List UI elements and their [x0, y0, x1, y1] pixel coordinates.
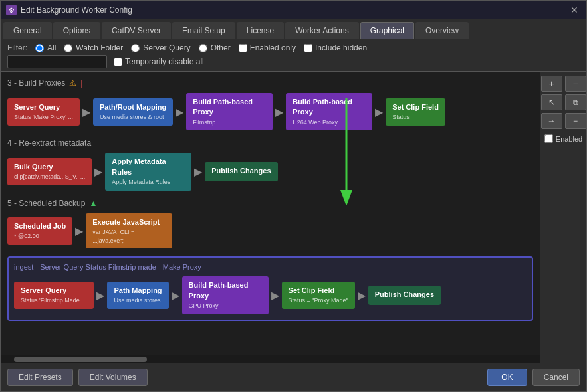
filter-label: Filter: [7, 43, 27, 52]
add-delete-row: + − [541, 76, 586, 92]
close-button[interactable]: ✕ [568, 3, 581, 17]
node-apply-metadata-rules[interactable]: Apply Metadata Rules Apply Metadata Rule… [105, 153, 191, 190]
tab-general[interactable]: General [3, 22, 52, 39]
ok-button[interactable]: OK [487, 369, 527, 386]
node-set-clip-field-1[interactable]: Set Clip Field Status [386, 98, 445, 126]
copy-button[interactable]: ⧉ [565, 94, 586, 110]
node-execute-javascript[interactable]: Execute JavaScript var JAVA_CLI = ...jav… [86, 213, 172, 249]
tab-email-setup[interactable]: Email Setup [172, 22, 235, 39]
main-area: 3 - Build Proxies ⚠ | Server Query Statu… [1, 72, 586, 363]
tab-overview[interactable]: Overview [415, 22, 469, 39]
check-temp-disable[interactable]: Temporarily disable all [114, 57, 204, 66]
section-scheduled-backup: 5 - Scheduled Backup ▲ Scheduled Job * @… [7, 199, 533, 249]
node-build-proxy-gpu[interactable]: Build Path-based Proxy GPU Proxy [182, 276, 269, 314]
node-publish-changes-1[interactable]: Publish Changes [205, 162, 277, 181]
tab-graphical[interactable]: Graphical [360, 22, 414, 39]
bar-icon: | [80, 78, 82, 88]
app-icon: ⚙ [6, 5, 17, 15]
tab-options[interactable]: Options [53, 22, 100, 39]
cursor-button[interactable]: ↖ [541, 94, 562, 110]
warning-icon: ⚠ [69, 78, 76, 88]
radio-other[interactable]: Other [199, 43, 231, 52]
workflow-nodes-3: Server Query Status 'Make Proxy' ... ▶ P… [7, 93, 533, 130]
node-build-proxy-filmstrip[interactable]: Build Path-based Proxy Filmstrip [186, 93, 273, 130]
disconnect-button[interactable]: − [565, 113, 586, 129]
node-bulk-query[interactable]: Bulk Query clip[catdv.metada...S_V.' ... [7, 158, 92, 185]
edit-presets-button[interactable]: Edit Presets [7, 369, 73, 386]
bottom-left-buttons: Edit Presets Edit Volumes [7, 369, 148, 386]
section-title-build-proxies: 3 - Build Proxies ⚠ | [7, 78, 533, 88]
bottom-bar: Edit Presets Edit Volumes OK Cancel [1, 363, 586, 391]
tri-icon: ▲ [89, 199, 97, 208]
enabled-check-container: Enabled [544, 134, 582, 143]
bottom-right-buttons: OK Cancel [487, 369, 580, 386]
arrow-5: ▶ [92, 165, 105, 178]
arrow-1: ▶ [80, 106, 93, 118]
radio-watch-folder[interactable]: Watch Folder [64, 43, 123, 52]
node-scheduled-job[interactable]: Scheduled Job * @02:00 [7, 217, 72, 245]
arrow-2: ▶ [173, 106, 186, 118]
workflow-nodes-4: Bulk Query clip[catdv.metada...S_V.' ...… [7, 153, 533, 190]
node-path-root-mapping[interactable]: Path/Root Mapping Use media stores & roo… [93, 98, 173, 126]
node-set-clip-field-h[interactable]: Set Clip Field Status = "Proxy Made" [282, 282, 355, 309]
highlighted-section: ingest - Server Query Status Filmstrip m… [7, 256, 533, 320]
filter-radio-row: Filter: All Watch Folder Server Query Ot… [7, 43, 580, 52]
arrow-6: ▶ [191, 165, 205, 178]
node-server-query-1[interactable]: Server Query Status 'Make Proxy' ... [7, 98, 80, 126]
arrow-dash-row: → − [541, 113, 586, 129]
tab-license[interactable]: License [237, 22, 284, 39]
delete-button[interactable]: − [565, 76, 586, 92]
arrow-3: ▶ [273, 106, 286, 118]
window-title: Edit Background Worker Config [21, 5, 568, 15]
search-input[interactable] [7, 55, 107, 68]
arrow-7: ▶ [72, 225, 86, 237]
section-build-proxies: 3 - Build Proxies ⚠ | Server Query Statu… [7, 78, 533, 130]
section-title-scheduled-backup: 5 - Scheduled Backup ▲ [7, 199, 533, 208]
cancel-button[interactable]: Cancel [532, 369, 580, 386]
section-re-extract: 4 - Re-extract metadata Bulk Query clip[… [7, 138, 533, 190]
check-include-hidden[interactable]: Include hidden [304, 43, 367, 52]
search-row: Temporarily disable all [7, 55, 580, 68]
horizontal-scrollbar[interactable] [1, 355, 540, 363]
connect-button[interactable]: → [541, 113, 562, 129]
edit-volumes-button[interactable]: Edit Volumes [78, 369, 148, 386]
tab-catdv-server[interactable]: CatDV Server [102, 22, 171, 39]
main-window: ⚙ Edit Background Worker Config ✕ Genera… [0, 0, 587, 392]
h-scrollbar-thumb[interactable] [14, 357, 147, 362]
workflow-nodes-5: Scheduled Job * @02:00 ▶ Execute JavaScr… [7, 213, 533, 249]
tab-bar: General Options CatDV Server Email Setup… [1, 19, 586, 39]
right-panel: + − ↖ ⧉ → − Enabled [540, 72, 586, 363]
node-path-mapping-h[interactable]: Path Mapping Use media stores [107, 282, 168, 309]
highlighted-title: ingest - Server Query Status Filmstrip m… [14, 263, 527, 271]
green-arrow-svg [333, 98, 360, 205]
arrow-h1: ▶ [94, 289, 107, 302]
enabled-label: Enabled [556, 135, 582, 143]
section-title-re-extract: 4 - Re-extract metadata [7, 138, 533, 147]
enabled-checkbox[interactable] [544, 134, 553, 143]
filter-bar: Filter: All Watch Folder Server Query Ot… [1, 39, 586, 72]
radio-server-query[interactable]: Server Query [131, 43, 190, 52]
arrow-h3: ▶ [269, 289, 282, 302]
add-button[interactable]: + [541, 76, 562, 92]
canvas-area[interactable]: 3 - Build Proxies ⚠ | Server Query Statu… [1, 72, 540, 355]
arrow-h2: ▶ [169, 289, 182, 302]
workflow-nodes-highlighted: Server Query Status 'Filmstrip Made' ...… [14, 276, 527, 314]
cursor-copy-row: ↖ ⧉ [541, 94, 586, 110]
node-server-query-h[interactable]: Server Query Status 'Filmstrip Made' ... [14, 282, 94, 309]
tab-worker-actions[interactable]: Worker Actions [285, 22, 358, 39]
title-bar: ⚙ Edit Background Worker Config ✕ [1, 1, 586, 19]
radio-all[interactable]: All [35, 43, 56, 52]
arrow-4: ▶ [372, 106, 386, 118]
check-enabled-only[interactable]: Enabled only [239, 43, 296, 52]
node-publish-changes-h[interactable]: Publish Changes [368, 286, 441, 304]
arrow-h4: ▶ [355, 289, 368, 302]
